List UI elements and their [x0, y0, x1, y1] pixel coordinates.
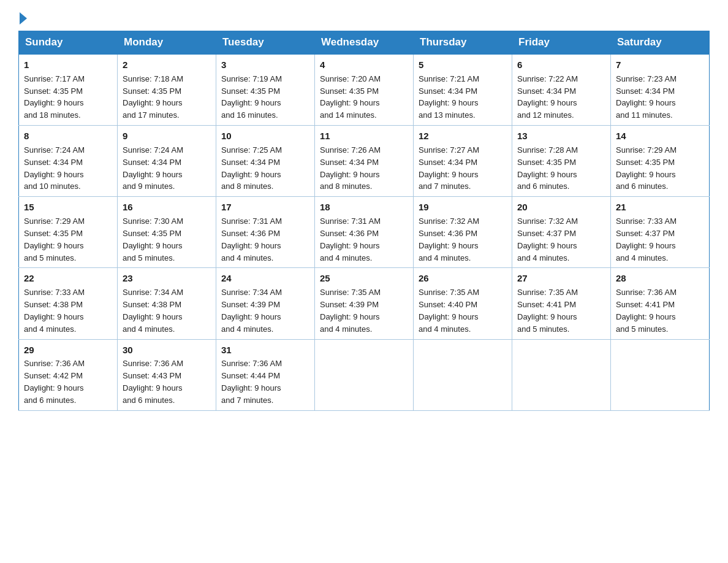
- logo-triangle-icon: [20, 12, 27, 25]
- day-number: 20: [517, 201, 605, 214]
- col-header-saturday: Saturday: [611, 31, 710, 55]
- calendar-cell: 8Sunrise: 7:24 AMSunset: 4:34 PMDaylight…: [19, 126, 118, 197]
- calendar-cell: 23Sunrise: 7:34 AMSunset: 4:38 PMDayligh…: [118, 268, 216, 339]
- calendar-week-row: 29Sunrise: 7:36 AMSunset: 4:42 PMDayligh…: [19, 339, 710, 410]
- day-info: Sunrise: 7:23 AMSunset: 4:34 PMDaylight:…: [616, 74, 677, 120]
- calendar-cell: 20Sunrise: 7:32 AMSunset: 4:37 PMDayligh…: [512, 197, 611, 268]
- col-header-monday: Monday: [118, 31, 216, 55]
- day-info: Sunrise: 7:24 AMSunset: 4:34 PMDaylight:…: [24, 145, 85, 191]
- day-number: 13: [517, 129, 605, 143]
- calendar-cell: [414, 339, 512, 410]
- day-number: 11: [320, 129, 408, 143]
- calendar-cell: 24Sunrise: 7:34 AMSunset: 4:39 PMDayligh…: [216, 268, 315, 339]
- day-info: Sunrise: 7:35 AMSunset: 4:41 PMDaylight:…: [517, 288, 578, 334]
- day-info: Sunrise: 7:31 AMSunset: 4:36 PMDaylight:…: [320, 216, 381, 262]
- day-number: 19: [419, 201, 507, 214]
- day-number: 15: [24, 201, 112, 214]
- day-number: 10: [221, 129, 309, 143]
- calendar-cell: 13Sunrise: 7:28 AMSunset: 4:35 PMDayligh…: [512, 126, 611, 197]
- day-info: Sunrise: 7:36 AMSunset: 4:42 PMDaylight:…: [24, 359, 85, 405]
- day-info: Sunrise: 7:36 AMSunset: 4:43 PMDaylight:…: [123, 359, 183, 405]
- day-info: Sunrise: 7:20 AMSunset: 4:35 PMDaylight:…: [320, 74, 381, 120]
- day-info: Sunrise: 7:17 AMSunset: 4:35 PMDaylight:…: [24, 74, 85, 120]
- calendar-cell: 1Sunrise: 7:17 AMSunset: 4:35 PMDaylight…: [19, 54, 118, 126]
- calendar-cell: 16Sunrise: 7:30 AMSunset: 4:35 PMDayligh…: [118, 197, 216, 268]
- day-info: Sunrise: 7:19 AMSunset: 4:35 PMDaylight:…: [221, 74, 282, 120]
- calendar-cell: 7Sunrise: 7:23 AMSunset: 4:34 PMDaylight…: [611, 54, 710, 126]
- day-number: 1: [24, 58, 112, 72]
- day-number: 24: [221, 272, 309, 285]
- day-number: 27: [517, 272, 605, 285]
- day-number: 23: [123, 272, 211, 285]
- logo: [18, 12, 28, 25]
- calendar-cell: 27Sunrise: 7:35 AMSunset: 4:41 PMDayligh…: [512, 268, 611, 339]
- calendar-week-row: 1Sunrise: 7:17 AMSunset: 4:35 PMDaylight…: [19, 54, 710, 126]
- day-info: Sunrise: 7:29 AMSunset: 4:35 PMDaylight:…: [24, 216, 85, 262]
- day-number: 12: [419, 129, 507, 143]
- day-info: Sunrise: 7:32 AMSunset: 4:36 PMDaylight:…: [419, 216, 479, 262]
- day-number: 8: [24, 129, 112, 143]
- day-info: Sunrise: 7:33 AMSunset: 4:37 PMDaylight:…: [616, 216, 677, 262]
- calendar-cell: 30Sunrise: 7:36 AMSunset: 4:43 PMDayligh…: [118, 339, 216, 410]
- day-info: Sunrise: 7:35 AMSunset: 4:40 PMDaylight:…: [419, 288, 479, 334]
- day-info: Sunrise: 7:36 AMSunset: 4:41 PMDaylight:…: [616, 288, 677, 334]
- day-number: 22: [24, 272, 112, 285]
- calendar-cell: 31Sunrise: 7:36 AMSunset: 4:44 PMDayligh…: [216, 339, 315, 410]
- day-number: 7: [616, 58, 704, 72]
- day-number: 9: [123, 129, 211, 143]
- day-info: Sunrise: 7:29 AMSunset: 4:35 PMDaylight:…: [616, 145, 677, 191]
- calendar-week-row: 22Sunrise: 7:33 AMSunset: 4:38 PMDayligh…: [19, 268, 710, 339]
- col-header-friday: Friday: [512, 31, 611, 55]
- day-number: 31: [221, 343, 309, 357]
- day-number: 25: [320, 272, 408, 285]
- calendar-week-row: 8Sunrise: 7:24 AMSunset: 4:34 PMDaylight…: [19, 126, 710, 197]
- col-header-thursday: Thursday: [414, 31, 512, 55]
- day-number: 2: [123, 58, 211, 72]
- day-info: Sunrise: 7:22 AMSunset: 4:34 PMDaylight:…: [517, 74, 578, 120]
- day-info: Sunrise: 7:28 AMSunset: 4:35 PMDaylight:…: [517, 145, 578, 191]
- day-info: Sunrise: 7:27 AMSunset: 4:34 PMDaylight:…: [419, 145, 479, 191]
- page-header: [18, 12, 710, 25]
- day-info: Sunrise: 7:21 AMSunset: 4:34 PMDaylight:…: [419, 74, 479, 120]
- calendar-cell: 6Sunrise: 7:22 AMSunset: 4:34 PMDaylight…: [512, 54, 611, 126]
- calendar-cell: 21Sunrise: 7:33 AMSunset: 4:37 PMDayligh…: [611, 197, 710, 268]
- day-number: 21: [616, 201, 704, 214]
- calendar-cell: [611, 339, 710, 410]
- calendar-cell: 4Sunrise: 7:20 AMSunset: 4:35 PMDaylight…: [315, 54, 414, 126]
- calendar-cell: 25Sunrise: 7:35 AMSunset: 4:39 PMDayligh…: [315, 268, 414, 339]
- day-number: 6: [517, 58, 605, 72]
- day-number: 5: [419, 58, 507, 72]
- day-number: 18: [320, 201, 408, 214]
- calendar-cell: 26Sunrise: 7:35 AMSunset: 4:40 PMDayligh…: [414, 268, 512, 339]
- day-number: 28: [616, 272, 704, 285]
- calendar-cell: 2Sunrise: 7:18 AMSunset: 4:35 PMDaylight…: [118, 54, 216, 126]
- calendar-cell: 3Sunrise: 7:19 AMSunset: 4:35 PMDaylight…: [216, 54, 315, 126]
- day-info: Sunrise: 7:26 AMSunset: 4:34 PMDaylight:…: [320, 145, 381, 191]
- calendar-cell: 15Sunrise: 7:29 AMSunset: 4:35 PMDayligh…: [19, 197, 118, 268]
- day-info: Sunrise: 7:24 AMSunset: 4:34 PMDaylight:…: [123, 145, 183, 191]
- calendar-week-row: 15Sunrise: 7:29 AMSunset: 4:35 PMDayligh…: [19, 197, 710, 268]
- day-number: 16: [123, 201, 211, 214]
- calendar-cell: 28Sunrise: 7:36 AMSunset: 4:41 PMDayligh…: [611, 268, 710, 339]
- day-number: 26: [419, 272, 507, 285]
- col-header-wednesday: Wednesday: [315, 31, 414, 55]
- col-header-tuesday: Tuesday: [216, 31, 315, 55]
- calendar-cell: [512, 339, 611, 410]
- day-info: Sunrise: 7:30 AMSunset: 4:35 PMDaylight:…: [123, 216, 183, 262]
- calendar-cell: 22Sunrise: 7:33 AMSunset: 4:38 PMDayligh…: [19, 268, 118, 339]
- calendar-cell: 12Sunrise: 7:27 AMSunset: 4:34 PMDayligh…: [414, 126, 512, 197]
- day-number: 17: [221, 201, 309, 214]
- calendar-table: SundayMondayTuesdayWednesdayThursdayFrid…: [18, 31, 710, 411]
- day-number: 30: [123, 343, 211, 357]
- day-number: 4: [320, 58, 408, 72]
- day-info: Sunrise: 7:34 AMSunset: 4:38 PMDaylight:…: [123, 288, 183, 334]
- calendar-cell: 9Sunrise: 7:24 AMSunset: 4:34 PMDaylight…: [118, 126, 216, 197]
- day-number: 3: [221, 58, 309, 72]
- calendar-cell: 10Sunrise: 7:25 AMSunset: 4:34 PMDayligh…: [216, 126, 315, 197]
- day-info: Sunrise: 7:36 AMSunset: 4:44 PMDaylight:…: [221, 359, 282, 405]
- day-number: 14: [616, 129, 704, 143]
- calendar-cell: [315, 339, 414, 410]
- calendar-cell: 29Sunrise: 7:36 AMSunset: 4:42 PMDayligh…: [19, 339, 118, 410]
- day-info: Sunrise: 7:33 AMSunset: 4:38 PMDaylight:…: [24, 288, 85, 334]
- calendar-cell: 17Sunrise: 7:31 AMSunset: 4:36 PMDayligh…: [216, 197, 315, 268]
